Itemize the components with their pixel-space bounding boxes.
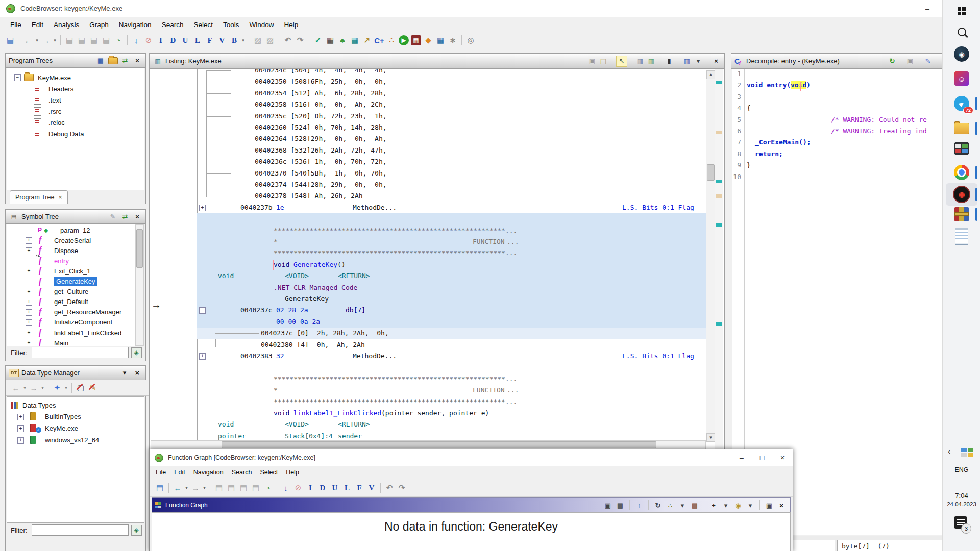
redo-icon[interactable]: ↷ (396, 482, 408, 494)
snapshot-icon[interactable]: ▣ (764, 499, 775, 511)
fg-menu-file[interactable]: File (152, 466, 170, 479)
save-icon[interactable]: ▤ (154, 482, 166, 494)
letter-l-icon[interactable]: L (191, 34, 204, 46)
menu-window[interactable]: Window (244, 18, 279, 31)
scroll-down-icon[interactable]: ▼ (706, 433, 715, 442)
fields-menu-icon[interactable]: ▾ (693, 56, 703, 66)
taskbar-steam-icon[interactable]: ◉ (946, 43, 977, 65)
back-menu-icon[interactable]: ▾ (34, 34, 40, 46)
taskbar-chat-icon[interactable]: ☺ (946, 67, 977, 90)
refresh-icon[interactable]: ↻ (652, 499, 664, 511)
blocks-icon[interactable]: ▤ (689, 499, 700, 511)
disassemble-icon[interactable]: ↓ (130, 34, 142, 46)
expand-icon[interactable]: + (26, 237, 32, 244)
letter-d-icon[interactable]: D (316, 482, 329, 494)
symbol-tree-item[interactable]: +fExit_Click_1 (7, 266, 135, 276)
letter-b-icon[interactable]: B (228, 34, 240, 46)
listing-expand-icon[interactable]: + (199, 353, 206, 360)
copy-icon[interactable]: ▣ (905, 56, 915, 66)
fg-maximize-button[interactable]: □ (752, 450, 772, 465)
expand-icon[interactable]: + (17, 414, 24, 420)
expand-icon[interactable]: + (26, 247, 32, 254)
forward-menu-icon[interactable]: ▾ (40, 382, 45, 394)
undo-icon[interactable]: ↶ (383, 482, 396, 494)
console-icon[interactable]: C+ (373, 34, 385, 46)
back-menu-icon[interactable]: ▾ (184, 482, 189, 494)
copy-icon[interactable]: ▣ (587, 56, 597, 66)
share-icon[interactable]: ∗ (447, 34, 459, 46)
forward-menu-icon[interactable]: ▾ (202, 482, 207, 494)
close-icon[interactable]: × (132, 212, 142, 222)
symbol-filter-input[interactable] (32, 347, 129, 358)
menu-file[interactable]: File (5, 18, 27, 31)
back-menu-icon[interactable]: ▾ (22, 382, 28, 394)
symbol-tree-item[interactable]: P◆param_12 (7, 225, 135, 235)
diamond-icon[interactable]: ◆ (422, 34, 434, 46)
nav-marker[interactable] (716, 322, 722, 326)
expand-icon[interactable]: + (26, 319, 32, 326)
close-icon[interactable]: × (776, 499, 787, 511)
language-indicator[interactable]: ENG (943, 466, 980, 473)
tray-widgets-icon[interactable] (961, 448, 973, 457)
letter-i-icon[interactable]: I (304, 482, 316, 494)
forward-icon[interactable]: → (189, 482, 202, 494)
redo-icon[interactable]: ↷ (294, 34, 306, 46)
letter-v-icon[interactable]: V (216, 34, 228, 46)
forward-icon[interactable]: → (40, 34, 52, 46)
letter-v-icon[interactable]: V (365, 482, 378, 494)
program-icon-3[interactable]: ▤ (88, 34, 100, 46)
highlight-menu-icon[interactable]: ▾ (745, 499, 756, 511)
edit-icon[interactable]: ✎ (108, 212, 118, 222)
snapshot-icon[interactable]: ▥ (646, 56, 656, 66)
letter-f-icon[interactable]: F (353, 482, 365, 494)
nav-marker[interactable] (716, 81, 722, 84)
letter-f-icon[interactable]: F (204, 34, 216, 46)
collapse-icon[interactable]: − (14, 74, 21, 81)
listing-expand-icon[interactable]: − (199, 307, 206, 314)
listing-expand-icon[interactable]: + (199, 205, 206, 211)
clock-date[interactable]: 24.04.2023 (943, 501, 980, 507)
paste-icon[interactable]: ▤ (615, 499, 626, 511)
program-tree-tab[interactable]: Program Tree × (10, 190, 68, 204)
menu-edit[interactable]: Edit (27, 18, 48, 31)
paste-icon[interactable]: ▤ (598, 56, 608, 66)
dtm-root-item[interactable]: Data Types (11, 400, 56, 410)
fg-menu-search[interactable]: Search (228, 466, 256, 479)
symbol-tree-item[interactable]: +fInitializeComponent (7, 317, 135, 328)
filter-options-icon[interactable]: ◈ (131, 347, 142, 358)
dtm-filter-input[interactable] (32, 524, 129, 536)
scroll-up-icon[interactable]: ▲ (706, 70, 715, 79)
edit-icon[interactable]: ✎ (923, 56, 933, 66)
data-table-icon[interactable]: ▦ (349, 34, 361, 46)
scrollbar-thumb[interactable] (136, 229, 143, 268)
program-icon-3[interactable]: ▤ (237, 482, 250, 494)
highlight-icon[interactable]: ◉ (732, 499, 744, 511)
dtm-menu-icon[interactable]: ▾ (119, 368, 130, 378)
save-icon[interactable]: ▤ (4, 34, 16, 46)
layout-menu-icon[interactable]: ▾ (677, 499, 688, 511)
tree-item-root[interactable]: −KeyMe.exe (14, 72, 71, 83)
letter-d-icon[interactable]: D (167, 34, 179, 46)
tool-icon-1[interactable]: ▨ (252, 34, 264, 46)
filter-options-icon[interactable]: ◈ (131, 525, 142, 536)
scrollbar-thumb[interactable] (707, 164, 715, 181)
forward-icon[interactable]: → (28, 382, 40, 394)
copy-icon[interactable]: ▣ (602, 499, 614, 511)
back-icon[interactable]: ← (22, 34, 34, 46)
letter-menu-icon[interactable]: ▾ (240, 34, 246, 46)
symbol-tree-item[interactable]: +fget_Culture (7, 287, 135, 297)
program-icon-2[interactable]: ▤ (225, 482, 237, 494)
taskbar-snip-icon[interactable] (946, 137, 977, 160)
memory-map-icon[interactable]: ▦ (324, 34, 336, 46)
preview-menu-icon[interactable]: ▾ (63, 382, 69, 394)
refresh-icon[interactable]: ↻ (887, 56, 897, 66)
forward-menu-icon[interactable]: ▾ (52, 34, 58, 46)
menu-search[interactable]: Search (157, 18, 189, 31)
disassemble-icon[interactable]: ↓ (280, 482, 292, 494)
program-icon-1[interactable]: ▤ (213, 482, 225, 494)
symbol-tree-item[interactable]: +fDispose (7, 245, 135, 256)
validate-icon[interactable]: ✓ (312, 34, 324, 46)
letter-u-icon[interactable]: U (329, 482, 341, 494)
back-icon[interactable]: ← (10, 382, 22, 394)
clock-time[interactable]: 7:04 (943, 492, 980, 499)
